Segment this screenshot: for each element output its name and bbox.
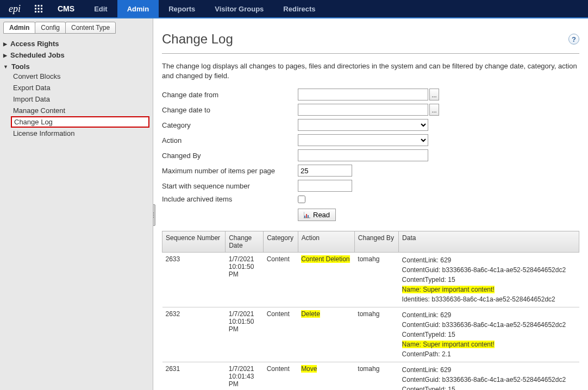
sidebar-tabs: Admin Config Content Type: [3, 22, 149, 34]
checkbox-include-archived[interactable]: [298, 196, 305, 203]
table-row: 26311/7/2021 10:01:43 PMContentMovetomah…: [162, 362, 579, 390]
tree-manage-content[interactable]: Manage Content: [11, 105, 149, 116]
svg-rect-5: [41, 8, 42, 10]
top-bar: epi CMS Edit Admin Reports Visitor Group…: [0, 0, 588, 18]
chart-icon: [304, 212, 310, 218]
input-start-seq[interactable]: [298, 180, 352, 192]
label-category: Category: [162, 121, 298, 129]
table-row: 26331/7/2021 10:01:50 PMContentContent D…: [162, 253, 579, 307]
select-category[interactable]: [298, 119, 428, 131]
tree-tools[interactable]: Tools: [3, 62, 149, 71]
sidebar-drag-handle[interactable]: [153, 204, 155, 226]
svg-rect-8: [41, 11, 42, 12]
tree-export-data[interactable]: Export Data: [11, 82, 149, 93]
read-button[interactable]: Read: [298, 209, 336, 221]
cell-category: Content: [264, 362, 298, 390]
svg-rect-1: [38, 5, 40, 7]
cell-changed-by: tomahg: [354, 307, 398, 362]
results-table: Sequence Number Change Date Category Act…: [162, 231, 579, 390]
cell-data: ContentLink: 629ContentGuid: b3336636-8a…: [399, 253, 579, 307]
nav-edit[interactable]: Edit: [84, 0, 117, 17]
logo: epi: [0, 0, 29, 17]
th-date[interactable]: Change Date: [226, 231, 264, 253]
tab-config[interactable]: Config: [35, 22, 66, 34]
label-max-items: Maximum number of items per page: [162, 167, 298, 175]
label-date-to: Change date to: [162, 106, 298, 114]
svg-rect-3: [35, 8, 36, 10]
cell-seq: 2631: [162, 362, 226, 390]
input-date-to[interactable]: [298, 104, 428, 116]
table-row: 26321/7/2021 10:01:50 PMContentDeletetom…: [162, 307, 579, 362]
svg-rect-2: [41, 5, 42, 7]
tree-change-log[interactable]: Change Log: [11, 116, 149, 128]
input-changed-by[interactable]: [298, 149, 428, 161]
svg-rect-9: [304, 216, 305, 218]
svg-rect-7: [38, 11, 40, 12]
product-label: CMS: [48, 0, 84, 17]
th-category[interactable]: Category: [264, 231, 298, 253]
th-changed-by[interactable]: Changed By: [354, 231, 398, 253]
label-start-seq: Start with sequence number: [162, 182, 298, 190]
nav-visitor-groups[interactable]: Visitor Groups: [205, 0, 273, 17]
tree-license-info[interactable]: License Information: [11, 128, 149, 139]
cell-seq: 2632: [162, 307, 226, 362]
tree-import-data[interactable]: Import Data: [11, 93, 149, 105]
nav-admin[interactable]: Admin: [117, 0, 159, 17]
btn-date-to-picker[interactable]: ...: [429, 104, 439, 116]
tab-content-type[interactable]: Content Type: [65, 22, 116, 34]
th-seq[interactable]: Sequence Number: [162, 231, 226, 253]
cell-data: ContentLink: 629ContentGuid: b3336636-8a…: [399, 307, 579, 362]
input-date-from[interactable]: [298, 89, 428, 100]
cell-action: Move: [298, 362, 354, 390]
th-action[interactable]: Action: [298, 231, 354, 253]
sidebar: Admin Config Content Type Access Rights …: [0, 18, 153, 390]
cell-changed-by: tomahg: [354, 253, 398, 307]
svg-rect-11: [308, 215, 309, 218]
cell-category: Content: [264, 307, 298, 362]
cell-seq: 2633: [162, 253, 226, 307]
cell-date: 1/7/2021 10:01:43 PM: [226, 362, 264, 390]
input-max-items[interactable]: [298, 165, 352, 177]
cell-action: Content Deletion: [298, 253, 354, 307]
select-action[interactable]: [298, 134, 428, 146]
nav-reports[interactable]: Reports: [159, 0, 205, 17]
svg-rect-6: [35, 11, 36, 12]
cell-date: 1/7/2021 10:01:50 PM: [226, 253, 264, 307]
label-action: Action: [162, 136, 298, 144]
cell-date: 1/7/2021 10:01:50 PM: [226, 307, 264, 362]
nav-redirects[interactable]: Redirects: [273, 0, 325, 17]
cell-changed-by: tomahg: [354, 362, 398, 390]
tab-admin[interactable]: Admin: [3, 22, 35, 34]
tree-convert-blocks[interactable]: Convert Blocks: [11, 71, 149, 82]
tree-scheduled-jobs[interactable]: Scheduled Jobs: [3, 51, 149, 59]
page-title: Change Log: [162, 32, 233, 47]
label-include-archived: Include archived items: [162, 195, 298, 203]
th-data[interactable]: Data: [399, 231, 579, 253]
content-area: Change Log ? The change log displays all…: [153, 18, 588, 390]
cell-action: Delete: [298, 307, 354, 362]
help-icon[interactable]: ?: [568, 34, 579, 45]
label-changed-by: Changed By: [162, 152, 298, 160]
svg-rect-0: [35, 5, 36, 7]
cell-data: ContentLink: 629ContentGuid: b3336636-8a…: [399, 362, 579, 390]
btn-date-from-picker[interactable]: ...: [429, 89, 439, 100]
svg-rect-10: [306, 214, 307, 218]
tree-access-rights[interactable]: Access Rights: [3, 40, 149, 48]
label-date-from: Change date from: [162, 91, 298, 99]
page-description: The change log displays all changes to p…: [162, 61, 579, 81]
cell-category: Content: [264, 253, 298, 307]
app-grid-icon[interactable]: [29, 0, 48, 17]
svg-rect-4: [38, 8, 40, 10]
